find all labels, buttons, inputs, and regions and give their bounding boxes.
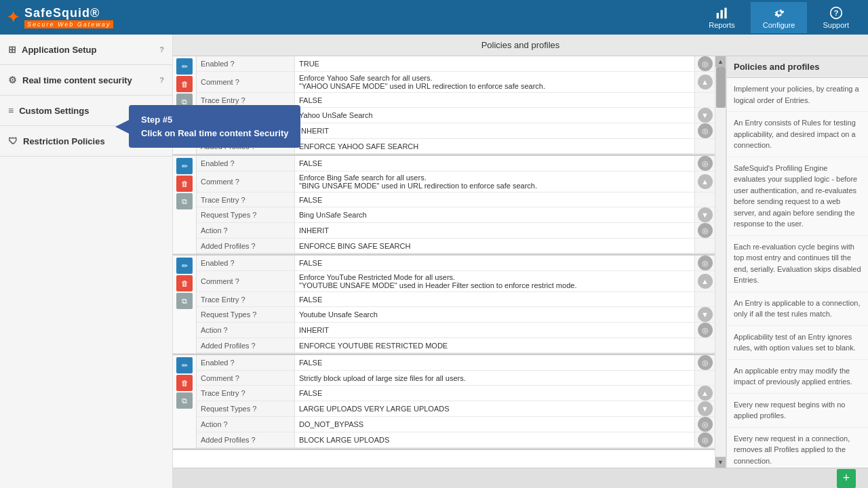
gear-icon [772,6,786,20]
svg-rect-2 [724,7,726,18]
profiles-circle-btn-uploads[interactable]: ◎ [698,432,713,447]
edit-button-bing[interactable]: ✏ [176,158,193,174]
reqtypes-control-youtube: ▼ [694,307,715,322]
support-nav-button[interactable]: ? Support [810,2,861,33]
delete-button-bing[interactable]: 🗑 [176,176,193,192]
callout-text: Click on Real time content Security [141,127,288,140]
edit-button-yahoo[interactable]: ✏ [176,58,193,75]
entry-group-bing: ✏ 🗑 ⧉ Enabled ? FALSE ◎ Comment ? [173,156,715,256]
comment-control-uploads [694,371,715,385]
action-value-uploads: DO_NOT_BYPASS [295,417,694,432]
edit-button-uploads[interactable]: ✏ [176,357,193,373]
entry-actions-bing: ✏ 🗑 ⧉ [173,156,197,253]
entry-group-uploads: ✏ 🗑 ⧉ Enabled ? FALSE ◎ Comment ? [173,355,715,450]
comment-up-btn-bing[interactable]: ▲ [698,174,713,189]
trace-row-bing: Trace Entry ? FALSE [197,192,715,207]
copy-button-uploads[interactable]: ⧉ [176,392,193,409]
reqtypes-down-btn-bing[interactable]: ▼ [698,207,713,222]
trace-label-youtube: Trace Entry ? [197,292,295,306]
copy-button-bing[interactable]: ⧉ [176,193,193,209]
enabled-circle-btn-youtube[interactable]: ◎ [698,256,713,270]
comment-label-youtube: Comment ? [197,271,295,291]
action-circle-btn-youtube[interactable]: ◎ [698,323,713,338]
reqtypes-control-yahoo: ▼ [694,108,715,123]
right-panel-para-6: An applicable entry may modify the impac… [727,360,868,394]
action-control-uploads: ◎ [694,417,715,432]
profiles-label-youtube: Added Profiles ? [197,338,295,352]
sidebar-item-realtime-content[interactable]: ⚙ Real time content security ? [0,65,172,96]
action-circle-btn-bing[interactable]: ◎ [698,223,713,238]
right-panel-para-8: Every new request in a connection, remov… [727,428,868,468]
comment-up-btn-youtube[interactable]: ▲ [698,274,713,289]
action-row-youtube: Action ? INHERIT ◎ [197,323,715,338]
main-layout: ⊞ Application Setup ? ⚙ Real time conten… [0,35,868,488]
edit-button-youtube[interactable]: ✏ [176,258,193,274]
svg-text:?: ? [833,8,838,17]
trace-value-youtube: FALSE [295,292,694,306]
sliders-icon: ≡ [8,105,14,116]
sidebar-item-label: Restriction Policies [23,136,105,146]
callout-arrow [115,120,129,134]
vertical-scrollbar[interactable]: ▲ ▼ [715,56,726,468]
reqtypes-down-btn-uploads[interactable]: ▼ [698,401,713,416]
add-btn-area: + [173,468,868,488]
logo-name: SafeSquid® [24,6,113,20]
enabled-control-yahoo: ◎ [694,56,715,71]
action-control-bing: ◎ [694,223,715,238]
reqtypes-value-yahoo: Yahoo UnSafe Search [295,108,694,123]
action-label-youtube: Action ? [197,323,295,338]
right-panel-para-7: Every new request begins with no applied… [727,394,868,428]
trace-value-uploads: FALSE [295,386,694,401]
comment-label-uploads: Comment ? [197,371,295,385]
shield-icon: 🛡 [8,136,18,146]
delete-button-yahoo[interactable]: 🗑 [176,76,193,92]
comment-label: Comment ? [197,72,295,92]
comment-value-bing: Enforce Bing Safe search for all users."… [295,171,694,192]
enabled-row-yahoo: Enabled ? TRUE ◎ [197,56,715,72]
reqtypes-row-bing: Request Types ? Bing UnSafe Search ▼ [197,207,715,223]
right-panel-para-2: SafeSquid's Profiling Engine evaluates y… [727,157,868,236]
reqtypes-row-youtube: Request Types ? Youtube Unsafe Search ▼ [197,307,715,323]
delete-button-youtube[interactable]: 🗑 [176,275,193,291]
delete-button-uploads[interactable]: 🗑 [176,375,193,391]
copy-button-youtube[interactable]: ⧉ [176,293,193,309]
action-circle-btn-uploads[interactable]: ◎ [698,417,713,432]
scroll-up-btn[interactable]: ▲ [715,56,726,67]
trace-row-uploads: Trace Entry ? FALSE ▲ [197,386,715,401]
enabled-circle-btn-bing[interactable]: ◎ [698,156,713,171]
sidebar-item-application-setup[interactable]: ⊞ Application Setup ? [0,35,172,65]
add-entry-button[interactable]: + [837,469,856,488]
entry-actions-uploads: ✏ 🗑 ⧉ [173,355,197,448]
comment-up-btn[interactable]: ▲ [698,75,713,89]
sidebar-item-label: Application Setup [22,45,97,55]
reports-label: Reports [709,21,735,29]
reqtypes-label-youtube: Request Types ? [197,307,295,322]
reqtypes-control-uploads: ▼ [694,401,715,416]
profiles-control-yahoo [694,139,715,153]
comment-row-uploads: Comment ? Strictly block upload of large… [197,371,715,386]
trace-up-btn-uploads[interactable]: ▲ [698,386,713,401]
comment-value-youtube: Enforce YouTube Restricted Mode for all … [295,271,694,291]
scroll-down-btn[interactable]: ▼ [715,457,726,468]
sidebar-item-label: Real time content security [22,75,132,85]
configure-nav-button[interactable]: Configure [751,2,808,33]
enabled-label-youtube: Enabled ? [197,256,295,270]
reports-nav-button[interactable]: Reports [696,2,747,33]
reqtypes-down-btn-youtube[interactable]: ▼ [698,307,713,322]
action-row-uploads: Action ? DO_NOT_BYPASS ◎ [197,417,715,432]
sidebar-item-label: Custom Settings [19,106,89,116]
logo-icon: ✦ [7,9,19,26]
enabled-row-uploads: Enabled ? FALSE ◎ [197,355,715,371]
enabled-circle-btn[interactable]: ◎ [698,56,713,71]
cog-icon: ⚙ [8,75,17,85]
profiles-value-youtube: ENFORCE YOUTUBE RESTRICTED MODE [295,338,694,352]
reqtypes-down-btn[interactable]: ▼ [698,108,713,123]
profiles-value-uploads: BLOCK LARGE UPLOADS [295,432,694,447]
enabled-circle-btn-uploads[interactable]: ◎ [698,355,713,370]
comment-value-yahoo: Enforce Yahoo Safe search for all users.… [295,72,694,92]
profiles-control-uploads: ◎ [694,432,715,447]
trace-label-bing: Trace Entry ? [197,192,295,207]
sidebar: ⊞ Application Setup ? ⚙ Real time conten… [0,35,173,488]
enabled-value-bing: FALSE [295,156,694,171]
action-circle-btn[interactable]: ◎ [698,123,713,138]
